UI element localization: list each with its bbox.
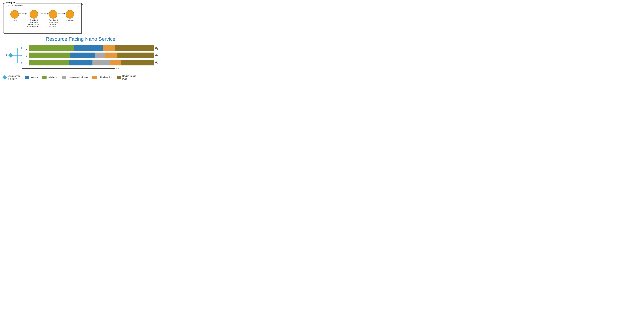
arrowhead-1 <box>26 13 27 15</box>
legend-validation-box <box>42 76 46 79</box>
legend-txlock-box <box>62 76 66 79</box>
node-circle-4 <box>66 10 74 19</box>
dk-ne-label: dk:ne component <box>8 4 24 7</box>
legend-nano-redeploy-text: Nano servicere-deploy <box>8 75 20 80</box>
legend-nano-redeploy: Nano servicere-deploy <box>3 75 20 80</box>
bar-t1 <box>28 45 154 51</box>
timeline-row-t2: t2 d2 <box>23 53 158 58</box>
time-arrow-row: time <box>22 67 158 70</box>
legend-devconfig-text: Device ConfigPush <box>122 75 136 80</box>
arrowhead-3 <box>64 13 66 15</box>
time-label: time <box>116 67 120 70</box>
timeline-row-t3: t3 d3 <box>23 60 158 66</box>
main-title: Resource Facing Nano Service <box>3 36 158 42</box>
main-section: Resource Facing Nano Service t0 <box>3 36 158 80</box>
seg-critical-t2 <box>105 53 118 58</box>
legend-validation-text: Validation <box>48 76 57 79</box>
arrow-1 <box>19 10 27 15</box>
d1-label: d1 <box>155 46 158 50</box>
legend-devconfig-box <box>117 76 121 79</box>
nano-plan-label: nano-plan <box>5 1 16 4</box>
timeline-row-t1: t1 d1 <box>23 45 158 51</box>
node-ncs-ready: ncs:ready <box>66 10 74 22</box>
arrowhead-2 <box>48 13 49 15</box>
arrow-3 <box>58 10 66 15</box>
node-label-1: ncs:init <box>12 19 17 22</box>
node-ncs-init: ncs:init <box>10 10 19 22</box>
legend-service-box <box>25 76 29 79</box>
bar-t2 <box>28 53 154 58</box>
arrow-line-2 <box>41 14 48 14</box>
legend-service: Service <box>25 76 38 79</box>
time-arrowhead <box>113 68 115 70</box>
legend-service-text: Service <box>30 76 38 79</box>
dk-ne-box: dk:ne component ncs:init <box>6 6 79 30</box>
legend: Nano servicere-deploy Service Validation… <box>3 75 158 80</box>
seg-critical-t3 <box>110 60 121 66</box>
arrow-line-1 <box>19 14 26 14</box>
node-t3-validated: t3:validatedcreate post-action (synced)R… <box>27 10 41 27</box>
bar-t3 <box>28 60 154 66</box>
seg-service-t3 <box>69 60 92 66</box>
t0-label: t0 <box>6 53 8 57</box>
seg-txlock-t3 <box>92 60 110 66</box>
seg-service-t2 <box>70 53 95 58</box>
seg-txlock-t2 <box>95 53 105 58</box>
seg-critical-t1 <box>103 45 114 51</box>
svg-marker-7 <box>22 62 22 64</box>
seg-service-t1 <box>74 45 103 51</box>
seg-devconfig-t1 <box>114 45 154 51</box>
legend-txlock: Transaction lock wait <box>62 76 88 79</box>
seg-devconfig-t3 <box>121 60 154 66</box>
nano-redeploy-diamond-timeline <box>8 53 13 58</box>
seg-validation-t3 <box>28 60 68 66</box>
d3-label: d3 <box>155 61 158 65</box>
node-circle-2 <box>30 10 38 19</box>
branch-connector-svg <box>13 45 22 66</box>
node-circle-1 <box>10 10 19 19</box>
legend-validation: Validation <box>42 76 57 79</box>
svg-marker-6 <box>22 55 22 56</box>
seg-validation-t2 <box>28 53 70 58</box>
legend-critical: Critical section <box>92 76 112 79</box>
d2-label: d2 <box>155 54 158 57</box>
t2-label: t2 <box>23 54 27 57</box>
t3-label: t3 <box>23 61 27 65</box>
seg-validation-t1 <box>28 45 74 51</box>
legend-devconfig: Device ConfigPush <box>117 75 136 80</box>
node-label-3: t3:configuredcreate nano-callbackRFS ser… <box>49 19 58 27</box>
legend-critical-box <box>92 76 97 79</box>
legend-diamond-icon <box>2 75 7 80</box>
node-t3-configured: t3:configuredcreate nano-callbackRFS ser… <box>49 10 58 27</box>
node-circle-3 <box>49 10 58 19</box>
legend-txlock-text: Transaction lock wait <box>68 76 88 79</box>
nano-plan-diagram: nano-plan dk:ne component ncs:init <box>3 3 82 33</box>
nodes-flow: ncs:init t3:validatedcreate post-action … <box>9 9 76 27</box>
t1-label: t1 <box>23 46 27 50</box>
legend-critical-text: Critical section <box>98 76 112 79</box>
node-label-2: t3:validatedcreate post-action (synced)R… <box>27 19 41 27</box>
arrow-2 <box>41 10 49 15</box>
arrow-line-3 <box>58 14 64 14</box>
node-label-4: ncs:ready <box>66 19 74 22</box>
seg-devconfig-t2 <box>118 53 154 58</box>
time-line <box>22 69 113 69</box>
svg-marker-5 <box>22 47 22 49</box>
